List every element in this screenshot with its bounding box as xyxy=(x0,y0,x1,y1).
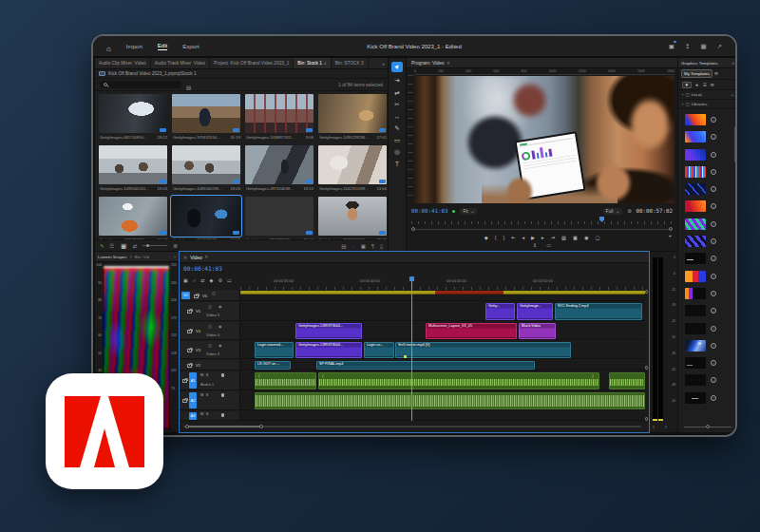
media-name[interactable]: GettyImages-1642311399... xyxy=(319,186,369,191)
fullscreen-icon[interactable] xyxy=(717,43,722,50)
close-icon[interactable] xyxy=(183,255,187,260)
template-item[interactable]: i xyxy=(685,323,737,334)
media-item[interactable]: GettyImages-1495560151... 19:05 xyxy=(97,143,170,193)
track-header-v2[interactable]: V2 xyxy=(180,360,240,370)
audio-clip[interactable] xyxy=(318,372,599,390)
template-swatch[interactable] xyxy=(685,357,706,369)
media-item[interactable]: GettyImages-1130630420... 21:21 xyxy=(316,195,388,244)
add-marker-icon[interactable] xyxy=(484,235,488,240)
info-icon[interactable]: i xyxy=(711,152,716,158)
media-item[interactable]: GettyImages-975331554... 31:19 xyxy=(170,92,243,142)
v-scroll-knob[interactable] xyxy=(645,417,649,421)
workspaces-grid-icon[interactable] xyxy=(700,43,706,50)
go-in-icon[interactable] xyxy=(511,235,515,240)
new-bin-icon[interactable] xyxy=(361,243,366,249)
template-swatch[interactable] xyxy=(685,149,706,161)
tab-project[interactable]: Project: Kick Off Brand Video 2023_1 xyxy=(210,58,294,68)
lock-icon[interactable] xyxy=(187,330,192,333)
source-patch-a2[interactable]: A2 xyxy=(189,392,197,408)
media-thumbnail[interactable] xyxy=(172,197,240,236)
media-item[interactable]: GettyImages-1438817611... 9:06 xyxy=(243,92,316,142)
lock-icon[interactable] xyxy=(182,379,187,383)
media-name[interactable]: GettyImages-1438817611... xyxy=(246,135,295,140)
lines-icon[interactable] xyxy=(703,83,707,87)
timeline-scrollbar[interactable] xyxy=(183,425,641,428)
timeline-clip[interactable]: Login zo... xyxy=(364,342,394,358)
graphics-tab[interactable]: Graphics Templates xyxy=(681,61,718,66)
program-video[interactable] xyxy=(414,76,674,203)
sort-icon[interactable] xyxy=(173,243,178,249)
menu-import[interactable]: Import xyxy=(126,44,142,49)
add-marker-icon[interactable] xyxy=(210,277,214,283)
template-item[interactable]: i xyxy=(685,271,737,282)
workspace-icon[interactable] xyxy=(669,43,674,50)
tab-bin-stock1[interactable]: Bin: Stock 1 xyxy=(294,58,331,68)
template-swatch[interactable] xyxy=(685,305,706,316)
tab-bin-stock3[interactable]: Bin: STOCK 3 xyxy=(332,58,369,68)
media-thumbnail[interactable] xyxy=(172,94,240,133)
solo-button[interactable]: S xyxy=(206,412,211,416)
timeline-clip[interactable]: GettyImage... xyxy=(517,303,553,320)
media-thumbnail[interactable] xyxy=(318,197,387,236)
lane-a2[interactable] xyxy=(240,391,645,410)
template-swatch[interactable] xyxy=(685,200,706,212)
template-swatch[interactable] xyxy=(685,114,706,125)
template-size-slider[interactable] xyxy=(684,425,732,428)
mic-icon[interactable] xyxy=(221,373,224,377)
template-item[interactable]: i xyxy=(685,288,737,299)
panel-menu-icon[interactable] xyxy=(324,61,327,66)
timeline-clip[interactable]: Login zoomed... xyxy=(255,342,294,358)
scroll-knob[interactable] xyxy=(185,425,189,428)
overlays-icon[interactable] xyxy=(595,235,599,240)
track-header-a1[interactable]: A1 MS Audio 1 xyxy=(180,371,240,390)
step-back-icon[interactable] xyxy=(522,235,525,240)
info-icon[interactable]: i xyxy=(711,360,716,366)
menu-edit[interactable]: Edit xyxy=(158,43,167,50)
media-name[interactable]: GettyImages-1495560235... xyxy=(173,186,222,191)
lane-v3[interactable]: Login zoomed... GettyImages-1289373604..… xyxy=(240,341,645,359)
media-name[interactable]: GettyImages-975331554... xyxy=(173,135,220,140)
template-swatch[interactable] xyxy=(685,288,706,299)
v-scroll-knob[interactable] xyxy=(645,366,649,370)
template-item[interactable]: i xyxy=(685,218,737,230)
info-icon[interactable]: i xyxy=(711,326,716,332)
plus-icon[interactable] xyxy=(668,233,672,238)
overflow-icon[interactable] xyxy=(382,61,388,66)
template-swatch[interactable] xyxy=(685,166,706,178)
template-swatch[interactable] xyxy=(685,183,706,195)
template-swatch[interactable] xyxy=(685,236,706,247)
link-icon[interactable] xyxy=(200,277,204,283)
type-tool-icon[interactable] xyxy=(395,162,399,168)
tree-chevron-icon[interactable] xyxy=(682,102,683,106)
grid-view-icon[interactable] xyxy=(121,243,127,249)
timeline-clip[interactable]: SP FINAL.mp4 xyxy=(316,361,535,370)
menu-export[interactable]: Export xyxy=(182,44,199,49)
media-thumbnail[interactable] xyxy=(318,145,387,184)
mark-in-icon[interactable] xyxy=(495,235,497,240)
template-item[interactable]: i xyxy=(685,149,737,161)
breadcrumb-text[interactable]: Kick Off Brand Video 2023_1.prproj\Stock… xyxy=(108,71,197,76)
audio-clip[interactable] xyxy=(609,372,645,390)
media-thumbnail[interactable] xyxy=(245,94,314,133)
template-item[interactable]: i xyxy=(685,236,737,247)
track-header-v4[interactable]: V4 Video 4 xyxy=(180,322,240,340)
track-header-a2[interactable]: A2 MS xyxy=(180,391,240,410)
track-header-v6[interactable]: V1 V6 xyxy=(180,290,240,301)
playhead-line[interactable] xyxy=(411,280,412,421)
lane-v4[interactable]: GettyImages-1289373604... Multiscreen_La… xyxy=(240,322,645,340)
media-name[interactable]: GettyImages-681740850... xyxy=(100,135,147,140)
lane-v5[interactable]: Getty... GettyImage... NYC Ending 2.mp4 xyxy=(240,302,645,321)
playhead-handle[interactable] xyxy=(409,276,414,281)
go-out-icon[interactable] xyxy=(551,235,555,240)
template-swatch[interactable] xyxy=(685,392,706,404)
mark-out-icon[interactable] xyxy=(503,235,504,240)
compare-icon[interactable] xyxy=(561,235,566,240)
lane-v2[interactable]: LS GUY on ... SP FINAL.mp4 xyxy=(240,360,645,370)
list-view-icon[interactable] xyxy=(110,243,115,249)
info-icon[interactable]: i xyxy=(711,377,716,383)
info-icon[interactable]: i xyxy=(711,169,716,175)
panel-menu-icon[interactable] xyxy=(447,61,450,66)
track-select-tool-icon[interactable] xyxy=(394,78,399,85)
playback-resolution-select[interactable]: Full xyxy=(603,208,622,215)
solo-button[interactable]: S xyxy=(206,393,211,397)
